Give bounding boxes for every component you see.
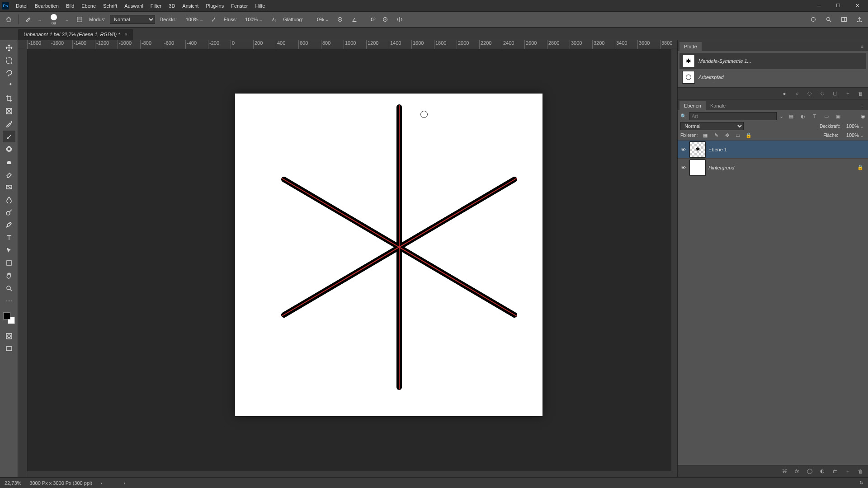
visibility-toggle-icon[interactable]: 👁	[679, 164, 687, 171]
color-swatches[interactable]	[3, 312, 15, 324]
document-tab[interactable]: Unbenannt-1 bei 22,7% (Ebene 1, RGB/8) *…	[18, 29, 133, 40]
chevron-down-icon[interactable]: ⌄	[779, 113, 785, 119]
chevron-down-icon[interactable]: ⌄	[199, 17, 205, 23]
history-scrubber[interactable]: ‹	[124, 480, 126, 486]
filter-shape-icon[interactable]: ▭	[823, 113, 830, 119]
layer-fill-input[interactable]	[843, 132, 859, 138]
document-canvas[interactable]	[235, 94, 542, 416]
link-layers-icon[interactable]: ⌘	[781, 468, 788, 474]
marquee-tool[interactable]	[3, 55, 15, 66]
smoothing-input[interactable]	[308, 17, 324, 22]
wand-tool[interactable]	[3, 80, 15, 92]
healing-tool[interactable]	[3, 143, 15, 155]
doc-info-chevron-icon[interactable]: ›	[100, 480, 102, 486]
home-icon[interactable]	[4, 14, 14, 24]
cloud-docs-icon[interactable]	[808, 14, 818, 24]
workspace-icon[interactable]	[839, 14, 849, 24]
lock-all-icon[interactable]: 🔒	[745, 132, 752, 138]
menu-3d[interactable]: 3D	[165, 1, 178, 10]
layer-name[interactable]: Hintergrund	[708, 165, 734, 170]
lasso-tool[interactable]	[3, 67, 15, 79]
airbrush-icon[interactable]	[269, 14, 278, 24]
layer-name[interactable]: Ebene 1	[708, 147, 727, 152]
vertical-ruler[interactable]	[18, 49, 27, 477]
doc-info[interactable]: 3000 Px x 3000 Px (300 ppi)	[29, 480, 92, 486]
screenmode-icon[interactable]	[3, 343, 15, 355]
menu-fenster[interactable]: Fenster	[228, 1, 251, 10]
make-workpath-icon[interactable]: ◇	[819, 90, 826, 97]
vertical-scrollbar[interactable]	[671, 49, 677, 471]
horizontal-scrollbar[interactable]	[27, 471, 677, 477]
panel-menu-icon[interactable]: ≡	[858, 42, 866, 51]
chevron-down-icon[interactable]: ⌄	[38, 17, 43, 23]
new-adjustment-icon[interactable]: ◐	[819, 468, 826, 474]
angle-icon[interactable]	[349, 14, 359, 24]
clone-tool[interactable]	[3, 156, 15, 168]
menu-hilfe[interactable]: Hilfe	[252, 1, 268, 10]
layer-thumbnail[interactable]	[689, 160, 706, 176]
foreground-color-swatch[interactable]	[3, 312, 10, 319]
tab-ebenen[interactable]: Ebenen	[679, 101, 706, 110]
maximize-button[interactable]: ☐	[829, 0, 847, 11]
menu-plug-ins[interactable]: Plug-ins	[203, 1, 227, 10]
shape-tool[interactable]	[3, 257, 15, 269]
brush-tool[interactable]	[3, 131, 15, 142]
opacity-input[interactable]	[182, 17, 198, 22]
menu-datei[interactable]: Datei	[13, 1, 31, 10]
panel-menu-icon[interactable]: ≡	[858, 101, 866, 110]
more-tools-icon[interactable]: ⋯	[3, 295, 15, 307]
path-row[interactable]: Arbeitspfad	[679, 69, 866, 85]
delete-layer-icon[interactable]: 🗑	[857, 468, 863, 474]
chevron-down-icon[interactable]: ⌄	[860, 132, 865, 138]
lock-transparency-icon[interactable]: ▦	[702, 132, 708, 138]
angle-input[interactable]	[364, 17, 376, 22]
layer-row[interactable]: 👁Hintergrund🔒	[678, 158, 868, 176]
move-tool[interactable]	[3, 42, 15, 54]
menu-filter[interactable]: Filter	[147, 1, 165, 10]
frame-tool[interactable]	[3, 105, 15, 117]
menu-schrift[interactable]: Schrift	[100, 1, 120, 10]
filter-type-icon[interactable]: T	[811, 113, 818, 119]
tool-preset-icon[interactable]	[23, 14, 33, 24]
dodge-tool[interactable]	[3, 206, 15, 218]
chevron-down-icon[interactable]: ⌄	[860, 123, 865, 129]
symmetry-icon[interactable]	[395, 14, 405, 24]
chevron-down-icon[interactable]: ⌄	[259, 17, 264, 23]
flow-input[interactable]	[241, 17, 258, 22]
stroke-path-icon[interactable]: ○	[794, 90, 800, 97]
chevron-down-icon[interactable]: ⌄	[65, 17, 70, 23]
hand-tool[interactable]	[3, 270, 15, 282]
quickmask-icon[interactable]	[3, 330, 15, 342]
path-row[interactable]: ✱Mandala-Symmetrie 1...	[679, 53, 866, 69]
brush-panel-icon[interactable]	[75, 14, 85, 24]
lock-nesting-icon[interactable]: ▭	[735, 132, 741, 138]
delete-path-icon[interactable]: 🗑	[857, 90, 863, 97]
pressure-size-icon[interactable]	[380, 14, 390, 24]
gradient-tool[interactable]	[3, 181, 15, 193]
lock-position-icon[interactable]: ✥	[724, 132, 730, 138]
blur-tool[interactable]	[3, 194, 15, 206]
menu-bearbeiten[interactable]: Bearbeiten	[32, 1, 62, 10]
path-select-tool[interactable]	[3, 244, 15, 256]
zoom-level[interactable]: 22,73%	[5, 480, 21, 486]
filter-adjust-icon[interactable]: ◐	[799, 113, 807, 119]
horizontal-ruler[interactable]: -1800-1600-1400-1200-1000-800-600-400-20…	[27, 40, 677, 49]
ruler-origin[interactable]	[18, 40, 27, 49]
fill-path-icon[interactable]: ●	[781, 90, 788, 97]
tab-paths[interactable]: Pfade	[679, 42, 702, 51]
blend-mode-select[interactable]: Normal	[110, 15, 155, 24]
menu-ebene[interactable]: Ebene	[78, 1, 99, 10]
zoom-tool[interactable]	[3, 282, 15, 294]
new-path-icon[interactable]: ＋	[844, 90, 851, 97]
pressure-opacity-icon[interactable]	[209, 14, 219, 24]
eyedropper-tool[interactable]	[3, 118, 15, 130]
crop-tool[interactable]	[3, 93, 15, 104]
chevron-down-icon[interactable]: ⌄	[325, 17, 330, 23]
layer-filter-input[interactable]	[689, 112, 777, 120]
pen-tool[interactable]	[3, 219, 15, 231]
tab-kanäle[interactable]: Kanäle	[706, 101, 730, 110]
layer-thumbnail[interactable]: ✱	[689, 141, 706, 158]
minimize-button[interactable]: ─	[810, 0, 828, 11]
add-mask-icon[interactable]: ▢	[832, 90, 838, 97]
search-icon[interactable]	[824, 14, 834, 24]
